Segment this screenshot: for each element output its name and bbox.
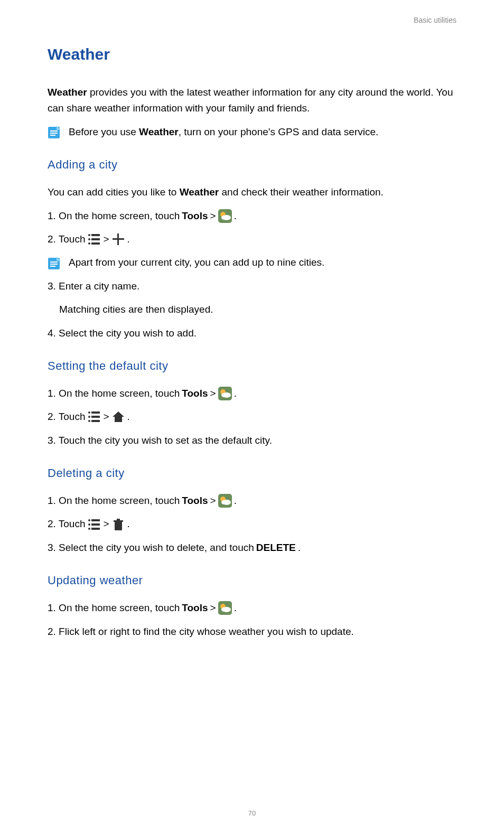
trash-icon xyxy=(111,518,125,531)
deleting-step2: 2. Touch > . xyxy=(48,516,456,532)
list-icon xyxy=(87,232,101,246)
weather-app-icon xyxy=(218,209,232,223)
list-icon xyxy=(87,410,101,424)
adding-step2: 2. Touch > . xyxy=(48,231,456,247)
adding-desc: You can add cities you like to Weather a… xyxy=(48,184,456,200)
adding-step4: 4. Select the city you wish to add. xyxy=(48,325,456,341)
note-icon xyxy=(48,125,61,139)
document-page: Basic utilities Weather Weather provides… xyxy=(0,0,504,833)
plus-icon xyxy=(111,232,125,246)
weather-app-icon xyxy=(218,387,232,400)
note-text: Before you use Weather, turn on your pho… xyxy=(69,124,378,140)
default-step2: 2. Touch > . xyxy=(48,409,456,425)
section-default-heading: Setting the default city xyxy=(48,359,456,373)
note-text: Apart from your current city, you can ad… xyxy=(69,255,324,270)
home-icon xyxy=(111,410,125,424)
default-step3: 3. Touch the city you wish to set as the… xyxy=(48,433,456,448)
updating-step1: 1. On the home screen, touch Tools > . xyxy=(48,600,456,616)
adding-step3: 3. Enter a city name. xyxy=(48,278,456,294)
note-gps: Before you use Weather, turn on your pho… xyxy=(48,124,456,140)
deleting-step1: 1. On the home screen, touch Tools > . xyxy=(48,493,456,509)
weather-app-icon xyxy=(218,601,232,615)
page-title: Weather xyxy=(48,45,456,63)
note-icon xyxy=(48,256,61,270)
breadcrumb: Basic utilities xyxy=(48,16,456,24)
section-adding-heading: Adding a city xyxy=(48,158,456,172)
list-icon xyxy=(87,518,101,531)
page-number: 70 xyxy=(0,809,504,817)
default-step1: 1. On the home screen, touch Tools > . xyxy=(48,386,456,401)
adding-step3-sub: Matching cities are then displayed. xyxy=(59,302,456,317)
intro-lead-bold: Weather xyxy=(48,87,87,98)
note-nine-cities: Apart from your current city, you can ad… xyxy=(48,255,456,270)
updating-step2: 2. Flick left or right to find the city … xyxy=(48,624,456,640)
section-deleting-heading: Deleting a city xyxy=(48,466,456,480)
weather-app-icon xyxy=(218,494,232,508)
deleting-step3: 3. Select the city you wish to delete, a… xyxy=(48,540,456,556)
adding-step1: 1. On the home screen, touch Tools > . xyxy=(48,208,456,224)
section-updating-heading: Updating weather xyxy=(48,574,456,587)
intro-lead-rest: provides you with the latest weather inf… xyxy=(48,87,453,114)
intro-paragraph: Weather provides you with the latest wea… xyxy=(48,85,456,117)
